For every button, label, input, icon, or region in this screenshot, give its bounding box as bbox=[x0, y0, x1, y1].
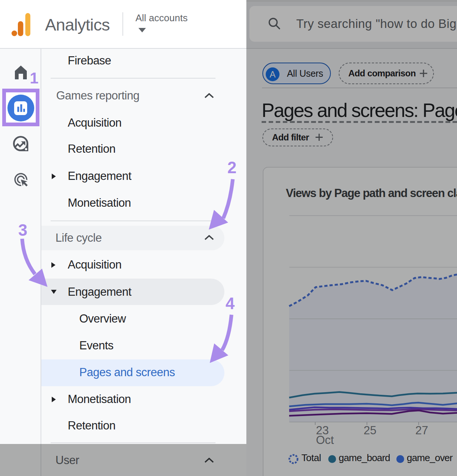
svg-text:3: 3 bbox=[18, 221, 27, 239]
svg-text:4: 4 bbox=[226, 294, 235, 312]
svg-text:2: 2 bbox=[227, 158, 236, 177]
